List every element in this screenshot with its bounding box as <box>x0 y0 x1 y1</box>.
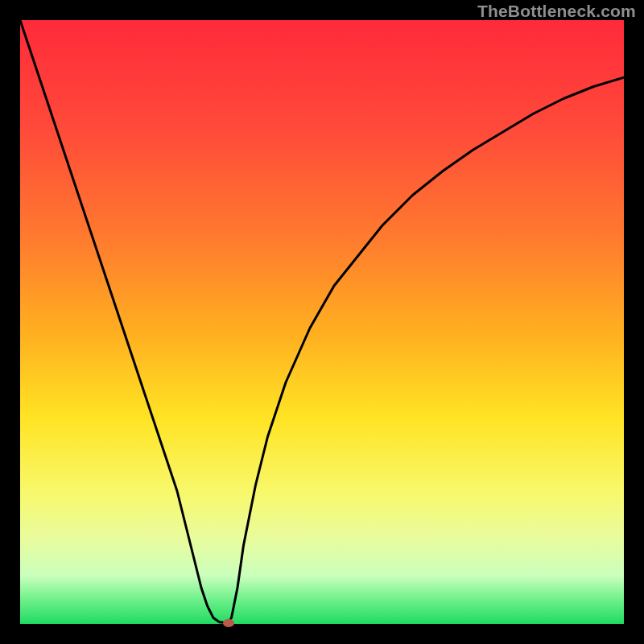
optimum-marker-icon <box>223 619 234 627</box>
watermark-text: TheBottleneck.com <box>477 2 636 21</box>
chart-frame: TheBottleneck.com <box>0 0 644 644</box>
bottleneck-curve <box>20 20 624 624</box>
plot-area <box>20 20 624 624</box>
